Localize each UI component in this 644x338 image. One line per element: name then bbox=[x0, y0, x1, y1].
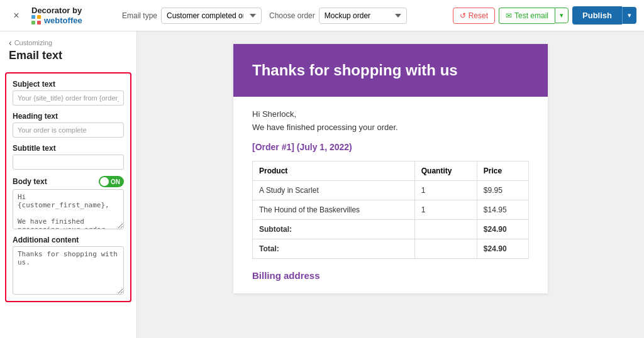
order-link[interactable]: [Order #1] (July 1, 2022) bbox=[252, 142, 529, 152]
choose-order-group: Choose order Mockup order bbox=[269, 8, 407, 24]
email-header: Thanks for shopping with us bbox=[233, 44, 548, 97]
col-product: Product bbox=[253, 161, 415, 181]
test-email-button[interactable]: ✉ Test email bbox=[499, 8, 555, 24]
publish-button[interactable]: Publish bbox=[572, 6, 622, 25]
table-row: The Hound of the Baskervilles 1 $14.95 bbox=[253, 200, 529, 220]
heading-field: Heading text bbox=[13, 112, 124, 138]
reset-button[interactable]: ↺ Reset bbox=[453, 8, 495, 24]
subtotal-value: $24.90 bbox=[477, 220, 528, 239]
email-type-select[interactable]: Customer completed or... bbox=[161, 8, 262, 24]
col-quantity: Quantity bbox=[414, 161, 477, 181]
subject-label: Subject text bbox=[13, 80, 124, 89]
logo-brand: webtoffee bbox=[31, 15, 82, 25]
logo-area: Decorator by webtoffee bbox=[31, 6, 107, 25]
total-empty bbox=[414, 239, 477, 259]
billing-title: Billing address bbox=[252, 270, 529, 281]
order-table: Product Quantity Price A Study in Scarle… bbox=[252, 161, 529, 259]
email-icon: ✉ bbox=[506, 11, 512, 20]
body-field: Body text ON Hi {customer_first_name}, W… bbox=[13, 176, 124, 229]
total-label: Total: bbox=[253, 239, 415, 259]
additional-field: Additional content Thanks for shopping w… bbox=[13, 236, 124, 295]
product-qty: 1 bbox=[414, 200, 477, 220]
email-type-group: Email type Customer completed or... bbox=[122, 8, 262, 24]
main-layout: ‹ Customizing Email text Subject text He… bbox=[0, 31, 644, 338]
test-email-dropdown-button[interactable]: ▾ bbox=[555, 8, 569, 23]
email-type-label: Email type bbox=[122, 11, 157, 20]
product-name: The Hound of the Baskervilles bbox=[253, 200, 415, 220]
product-price: $14.95 bbox=[477, 200, 528, 220]
heading-input[interactable] bbox=[13, 123, 124, 138]
publish-dropdown-button[interactable]: ▾ bbox=[622, 7, 636, 24]
body-textarea[interactable]: Hi {customer_first_name}, We have finish… bbox=[13, 189, 124, 229]
product-price: $9.95 bbox=[477, 181, 528, 200]
sidebar: ‹ Customizing Email text Subject text He… bbox=[0, 31, 137, 338]
heading-label: Heading text bbox=[13, 112, 124, 121]
subtitle-field: Subtitle text bbox=[13, 144, 124, 170]
email-preview: Thanks for shopping with us Hi Sherlock,… bbox=[233, 44, 548, 293]
col-price: Price bbox=[477, 161, 528, 181]
total-value: $24.90 bbox=[477, 239, 528, 259]
subtitle-label: Subtitle text bbox=[13, 144, 124, 153]
publish-group: Publish ▾ bbox=[572, 6, 636, 25]
reset-icon: ↺ bbox=[460, 11, 466, 20]
total-row: Total: $24.90 bbox=[253, 239, 529, 259]
subtotal-row: Subtotal: $24.90 bbox=[253, 220, 529, 239]
close-button[interactable]: × bbox=[8, 7, 25, 25]
form-panel: Subject text Heading text Subtitle text … bbox=[5, 72, 131, 302]
back-button[interactable]: ‹ bbox=[9, 38, 12, 48]
email-greeting: Hi Sherlock, bbox=[252, 109, 529, 119]
choose-order-label: Choose order bbox=[269, 11, 315, 20]
logo-title: Decorator by bbox=[31, 6, 82, 15]
email-subtext: We have finished processing your order. bbox=[252, 123, 529, 132]
body-label: Body text bbox=[13, 177, 47, 186]
product-name: A Study in Scarlet bbox=[253, 181, 415, 200]
logo-icon bbox=[31, 15, 42, 25]
body-toggle[interactable]: ON bbox=[99, 176, 124, 187]
topbar-center: Email type Customer completed or... Choo… bbox=[122, 8, 453, 24]
choose-order-select[interactable]: Mockup order bbox=[319, 8, 407, 24]
additional-label: Additional content bbox=[13, 236, 124, 244]
topbar: × Decorator by webtoffee Email type Cust… bbox=[0, 0, 644, 31]
sidebar-title: Email text bbox=[0, 49, 136, 68]
body-text-header: Body text ON bbox=[13, 176, 124, 187]
subtotal-label: Subtotal: bbox=[253, 220, 415, 239]
subtitle-input[interactable] bbox=[13, 155, 124, 170]
subtotal-empty bbox=[414, 220, 477, 239]
content-area: Thanks for shopping with us Hi Sherlock,… bbox=[137, 31, 644, 338]
topbar-actions: ↺ Reset ✉ Test email ▾ Publish ▾ bbox=[453, 6, 636, 25]
additional-textarea[interactable]: Thanks for shopping with us. bbox=[13, 246, 124, 295]
toggle-circle bbox=[100, 177, 109, 186]
test-email-group: ✉ Test email ▾ bbox=[499, 8, 569, 24]
email-header-text: Thanks for shopping with us bbox=[252, 62, 458, 79]
subject-input[interactable] bbox=[13, 90, 124, 106]
subject-field: Subject text bbox=[13, 80, 124, 106]
product-qty: 1 bbox=[414, 181, 477, 200]
breadcrumb: ‹ Customizing bbox=[0, 31, 136, 49]
email-body: Hi Sherlock, We have finished processing… bbox=[233, 97, 548, 293]
logo-brand-name: webtoffee bbox=[44, 16, 82, 25]
toggle-text: ON bbox=[111, 178, 120, 185]
table-row: A Study in Scarlet 1 $9.95 bbox=[253, 181, 529, 200]
